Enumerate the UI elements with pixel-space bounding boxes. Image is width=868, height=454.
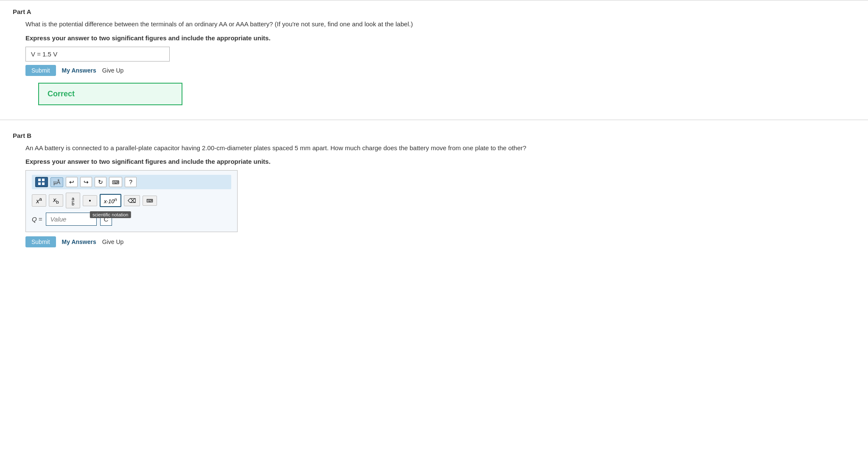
part-b-section: Part B An AA battery is connected to a p… — [0, 124, 868, 258]
unit-button[interactable]: μÅ — [50, 177, 63, 187]
part-a-section: Part A What is the potential difference … — [0, 0, 868, 115]
part-b-submit-button[interactable]: Submit — [25, 236, 56, 247]
part-a-question: What is the potential difference between… — [25, 20, 855, 29]
subscript-button[interactable]: xb — [49, 194, 63, 207]
part-a-my-answers-link[interactable]: My Answers — [62, 67, 96, 74]
part-a-answer-value: 1.5 V — [42, 50, 57, 58]
math-editor: μÅ ↩ ↪ ↻ ⌨ ? xa — [25, 170, 238, 232]
help-button[interactable]: ? — [125, 177, 137, 187]
keyboard-small-icon: ⌨ — [146, 198, 153, 203]
undo-button[interactable]: ↩ — [66, 177, 78, 187]
part-b-value-input[interactable] — [46, 213, 97, 226]
dot-icon: • — [89, 197, 91, 204]
keyboard-button[interactable]: ⌨ — [109, 177, 122, 187]
part-b-variable-label: Q = — [32, 216, 42, 223]
part-b-controls: Submit My Answers Give Up — [25, 236, 855, 247]
undo-icon: ↩ — [69, 179, 74, 185]
part-a-give-up-link[interactable]: Give Up — [102, 67, 124, 74]
part-a-label: Part A — [13, 8, 855, 15]
part-a-answer-area: V = 1.5 V Submit My Answers Give Up Corr… — [25, 47, 855, 105]
section-divider — [0, 120, 868, 120]
redo-button[interactable]: ↪ — [80, 177, 92, 187]
correct-label: Correct — [48, 90, 75, 98]
dot-button[interactable]: • — [83, 195, 97, 206]
redo-icon: ↪ — [84, 179, 89, 185]
refresh-icon: ↻ — [98, 179, 103, 185]
math-toolbar: μÅ ↩ ↪ ↻ ⌨ ? — [32, 175, 231, 189]
backspace-icon: ⌫ — [128, 197, 136, 204]
sci-notation-wrapper: x·10n scientific notation — [100, 194, 121, 207]
sci-notation-tooltip: scientific notation — [90, 211, 131, 218]
part-b-question: An AA battery is connected to a parallel… — [25, 143, 855, 153]
part-a-correct-box: Correct — [38, 83, 182, 105]
sci-notation-icon: x·10n — [104, 198, 117, 205]
superscript-icon: xa — [36, 198, 42, 205]
part-b-label: Part B — [13, 132, 855, 139]
grid-icon-button[interactable] — [35, 177, 48, 187]
fraction-button[interactable]: ab — [66, 193, 80, 208]
superscript-button[interactable]: xa — [32, 194, 46, 207]
fraction-icon: ab — [72, 196, 74, 206]
subscript-icon: xb — [53, 196, 59, 203]
part-b-express-instruction: Express your answer to two significant f… — [25, 158, 855, 165]
part-b-give-up-link[interactable]: Give Up — [102, 238, 124, 245]
part-b-input-row: Q = C — [32, 213, 231, 226]
refresh-button[interactable]: ↻ — [95, 177, 106, 187]
part-a-input-display[interactable]: V = 1.5 V — [25, 47, 170, 62]
part-a-controls: Submit My Answers Give Up — [25, 65, 855, 76]
math-symbols-row: xa xb ab • x·10n scientific notation ⌫ — [32, 193, 231, 208]
backspace-button[interactable]: ⌫ — [124, 195, 140, 206]
sci-notation-button[interactable]: x·10n — [100, 194, 121, 207]
part-a-variable: V = — [31, 50, 41, 58]
grid-icon — [38, 179, 45, 185]
keyboard-icon: ⌨ — [112, 179, 119, 185]
part-b-my-answers-link[interactable]: My Answers — [62, 238, 96, 245]
keyboard-small-button[interactable]: ⌨ — [143, 196, 157, 206]
part-a-express-instruction: Express your answer to two significant f… — [25, 34, 855, 42]
part-a-submit-button[interactable]: Submit — [25, 65, 56, 76]
